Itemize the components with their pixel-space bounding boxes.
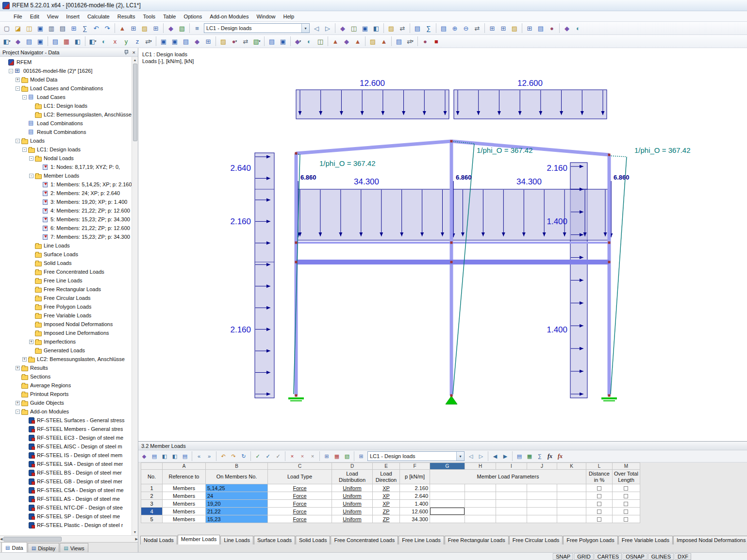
view-x-icon[interactable]: x [110, 36, 120, 47]
model-view[interactable]: LC1 : Design loads Loads [-], [kN/m], [k… [138, 48, 747, 441]
color-palette-icon[interactable]: ⇄▾ [405, 36, 415, 47]
calculation-check-icon[interactable]: ▤ [412, 23, 423, 33]
menu-window[interactable]: Window [252, 12, 279, 21]
tree-collapse-icon[interactable]: - [22, 95, 27, 99]
cell-f2[interactable]: 2.640 [400, 492, 430, 500]
cell-d3[interactable]: Uniform [332, 500, 373, 508]
column-letter-c[interactable]: C [268, 463, 332, 470]
tree-item[interactable]: +Imperfections [0, 337, 132, 346]
tab-imposed-nodal-deformations[interactable]: Imposed Nodal Deformations [673, 536, 747, 544]
solid-view-icon[interactable]: ◐ [99, 36, 109, 47]
calculate-all-icon[interactable]: ∑ [423, 23, 434, 33]
cell-l2[interactable] [586, 492, 613, 500]
edit-pen-icon[interactable]: ▲ [117, 23, 128, 33]
new-surface-icon[interactable]: ▤ [181, 36, 191, 47]
node[interactable] [450, 242, 453, 244]
redo-icon[interactable]: ↷ [102, 23, 113, 33]
tree-item[interactable]: Free Circular Loads [0, 294, 132, 302]
cell-m4[interactable] [613, 508, 640, 515]
status-toggle-osnap[interactable]: OSNAP [623, 553, 647, 560]
tree-item[interactable]: RF-STEEL SIA - Design of steel mer [0, 460, 132, 468]
distance-checkbox[interactable] [597, 510, 601, 514]
header-p-kn-m[interactable]: p [kN/m] [400, 470, 430, 484]
tree-item[interactable]: -LC1: Design loads [0, 145, 132, 154]
cell-k4[interactable] [557, 508, 586, 515]
clip-plane-icon[interactable]: ▨ [509, 23, 520, 33]
next-case-icon[interactable]: ▷ [476, 452, 486, 461]
view-z-icon[interactable]: z [132, 36, 143, 47]
row-number[interactable]: 3 [141, 500, 163, 508]
tree-item[interactable]: Load Combinations [0, 119, 132, 128]
column-letter-k[interactable]: K [557, 463, 586, 470]
tree-item[interactable]: RF-STEEL SP - Design of steel me [0, 512, 132, 521]
column-letter-i[interactable]: I [496, 463, 527, 470]
cell-j1[interactable] [527, 484, 557, 492]
load-case-combo[interactable]: LC1 - Design loads▾ [204, 23, 310, 33]
cell-e5[interactable]: ZP [373, 515, 400, 523]
isometric-view-icon[interactable]: ⊞ [487, 23, 498, 33]
menu-file[interactable]: File [10, 12, 26, 21]
delete-col-icon[interactable]: × [308, 452, 317, 461]
table-calc-icon[interactable]: ▧ [342, 452, 352, 461]
tree-item[interactable]: 4: Members: 21,22; ZP; p: 12.600 [0, 206, 132, 215]
tree-item[interactable]: +LC2: Bemessungslasten, Anschlüsse [0, 355, 132, 363]
over-total-checkbox[interactable] [624, 494, 628, 498]
select-arrow-icon[interactable]: ◧▾ [1, 36, 12, 47]
cell-c4[interactable]: Force [268, 508, 332, 515]
header-distance-in[interactable]: Distancein % [586, 470, 613, 484]
tab-line-loads[interactable]: Line Loads [220, 536, 253, 544]
cell-h1[interactable] [465, 484, 496, 492]
menu-calculate[interactable]: Calculate [83, 12, 114, 21]
cell-i4[interactable] [496, 508, 527, 515]
header-load-distribution[interactable]: LoadDistribution [332, 470, 373, 484]
cell-f5[interactable]: 34.300 [400, 515, 430, 523]
tree-item[interactable]: -Member Loads [0, 171, 132, 180]
excel-export-icon[interactable]: ▦ [525, 452, 534, 461]
print-icon[interactable]: ▥ [46, 23, 57, 33]
cell-c1[interactable]: Force [268, 484, 332, 492]
column-letter-a[interactable]: A [163, 463, 206, 470]
cell-k2[interactable] [557, 492, 586, 500]
rotate-icon[interactable]: ●▾ [229, 36, 240, 47]
tree-item[interactable]: LC2: Bemessungslasten, Anschlüsse [0, 110, 132, 119]
display-properties-icon[interactable]: ▤ [394, 36, 404, 47]
edit-formula-icon[interactable]: ⊞ [128, 23, 139, 33]
results-display-icon[interactable]: ⊞ [524, 23, 535, 33]
table-settings-icon[interactable]: ◆ [139, 452, 149, 461]
cell-j3[interactable] [527, 500, 557, 508]
cell-d5[interactable]: Uniform [332, 515, 373, 523]
tree-item[interactable]: Free Concentrated Loads [0, 267, 132, 276]
new-member-load-icon[interactable]: ◫ [349, 23, 359, 33]
tree-item[interactable]: RF-STEEL BS - Design of steel mer [0, 468, 132, 477]
tree-item[interactable]: RF-STEEL Plastic - Design of steel r [0, 521, 132, 529]
new-icon[interactable]: ▢ [1, 23, 12, 33]
guide-lines-icon[interactable]: ◆ [166, 23, 176, 33]
column-letter-m[interactable]: M [613, 463, 640, 470]
tree-item[interactable]: RFEM [0, 58, 132, 66]
tree-item[interactable]: -Nodal Loads [0, 154, 132, 163]
header-member-load-parameters[interactable]: Member Load Parameters [430, 470, 586, 484]
member[interactable] [296, 141, 451, 153]
prev-case-icon[interactable]: ◁ [466, 452, 476, 461]
mirror-icon[interactable]: ⇄ [240, 36, 251, 47]
tree-item[interactable]: RF-STEEL IS - Design of steel mem [0, 451, 132, 460]
menu-help[interactable]: Help [280, 12, 299, 21]
scale-icon[interactable]: ▧▾ [251, 36, 262, 47]
goto-next-icon[interactable]: ▶ [500, 452, 510, 461]
tree-item[interactable]: RF-STEEL AISC - Design of steel m [0, 442, 132, 451]
over-total-checkbox[interactable] [624, 510, 628, 514]
navigator-tab-data[interactable]: ▤Data [1, 542, 27, 552]
delete-row-icon[interactable]: ◧ [160, 452, 169, 461]
view-y-icon[interactable]: y [121, 36, 132, 47]
tree-collapse-icon[interactable]: - [22, 148, 27, 152]
cell-a4[interactable]: Members [163, 508, 206, 515]
cell-m3[interactable] [613, 500, 640, 508]
fx-icon[interactable]: fx [545, 452, 555, 461]
tree-item[interactable]: RF-STEEL Members - General stres [0, 425, 132, 433]
pick-object-icon[interactable]: ⊞ [356, 452, 366, 461]
tree-item[interactable]: -Add-on Modules [0, 407, 132, 416]
tree-item[interactable]: Surface Loads [0, 250, 132, 259]
node[interactable] [450, 140, 453, 143]
new-node-icon[interactable]: ▣ [158, 36, 169, 47]
distance-checkbox[interactable] [597, 486, 601, 491]
